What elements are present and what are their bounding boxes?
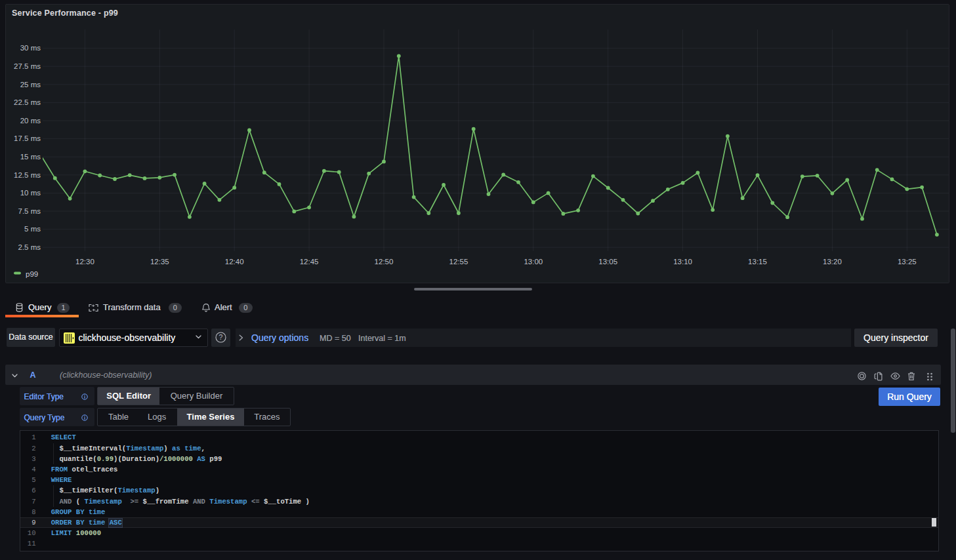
svg-text:13:25: 13:25 xyxy=(898,258,917,266)
svg-text:17.5 ms: 17.5 ms xyxy=(14,134,41,142)
svg-text:13:00: 13:00 xyxy=(524,258,543,266)
svg-text:30 ms: 30 ms xyxy=(20,44,41,52)
svg-text:12:35: 12:35 xyxy=(150,258,169,266)
svg-text:12.5 ms: 12.5 ms xyxy=(14,171,41,179)
svg-text:12:55: 12:55 xyxy=(449,258,468,266)
svg-text:15 ms: 15 ms xyxy=(20,153,41,161)
svg-text:7.5 ms: 7.5 ms xyxy=(18,207,41,215)
svg-text:p99: p99 xyxy=(26,270,38,278)
svg-text:27.5 ms: 27.5 ms xyxy=(14,62,41,70)
svg-text:22.5 ms: 22.5 ms xyxy=(14,98,41,106)
svg-text:13:10: 13:10 xyxy=(673,258,692,266)
svg-text:12:45: 12:45 xyxy=(300,258,319,266)
svg-text:13:05: 13:05 xyxy=(598,258,617,266)
svg-text:20 ms: 20 ms xyxy=(20,117,41,125)
svg-text:12:40: 12:40 xyxy=(225,258,244,266)
svg-text:2.5 ms: 2.5 ms xyxy=(18,243,41,251)
svg-text:10 ms: 10 ms xyxy=(20,189,41,197)
svg-text:13:15: 13:15 xyxy=(748,258,767,266)
svg-text:12:50: 12:50 xyxy=(375,258,394,266)
svg-text:5 ms: 5 ms xyxy=(24,225,41,233)
svg-text:25 ms: 25 ms xyxy=(20,81,41,89)
svg-text:?: ? xyxy=(219,333,223,341)
svg-text:12:30: 12:30 xyxy=(75,258,94,266)
svg-text:13:20: 13:20 xyxy=(823,258,842,266)
